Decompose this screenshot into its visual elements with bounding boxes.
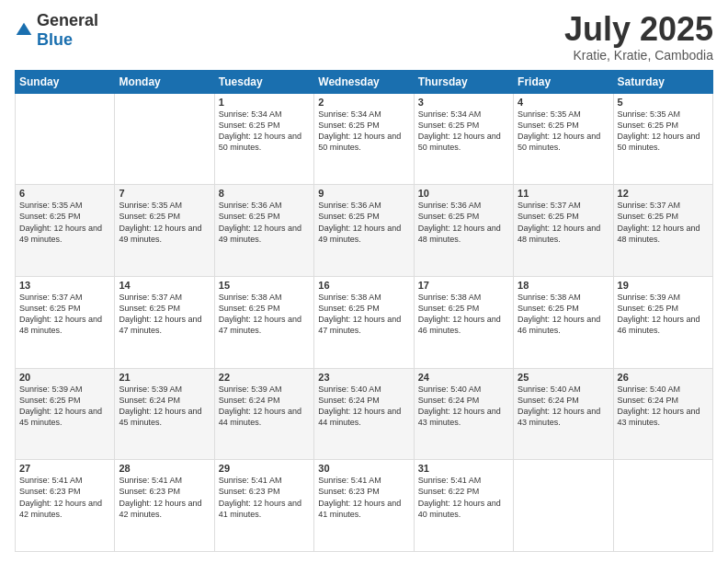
col-wednesday: Wednesday — [314, 70, 414, 93]
day-number: 14 — [119, 280, 210, 291]
logo-text: General Blue — [37, 11, 98, 50]
day-number: 23 — [318, 372, 409, 383]
calendar-cell: 6Sunrise: 5:35 AM Sunset: 6:25 PM Daylig… — [16, 185, 115, 277]
calendar-cell: 7Sunrise: 5:35 AM Sunset: 6:25 PM Daylig… — [115, 185, 214, 277]
calendar-cell: 22Sunrise: 5:39 AM Sunset: 6:24 PM Dayli… — [214, 368, 313, 460]
day-number: 29 — [219, 463, 310, 474]
day-info: Sunrise: 5:37 AM Sunset: 6:25 PM Dayligh… — [19, 292, 110, 337]
day-info: Sunrise: 5:35 AM Sunset: 6:25 PM Dayligh… — [19, 200, 110, 245]
day-info: Sunrise: 5:37 AM Sunset: 6:25 PM Dayligh… — [518, 200, 609, 245]
day-info: Sunrise: 5:34 AM Sunset: 6:25 PM Dayligh… — [418, 109, 509, 154]
title-block: July 2025 Kratie, Kratie, Cambodia — [564, 11, 713, 63]
day-info: Sunrise: 5:38 AM Sunset: 6:25 PM Dayligh… — [318, 292, 409, 337]
calendar-cell — [115, 93, 214, 185]
col-thursday: Thursday — [414, 70, 513, 93]
calendar-week-2: 6Sunrise: 5:35 AM Sunset: 6:25 PM Daylig… — [16, 185, 713, 277]
day-info: Sunrise: 5:39 AM Sunset: 6:24 PM Dayligh… — [219, 384, 310, 429]
day-info: Sunrise: 5:35 AM Sunset: 6:25 PM Dayligh… — [119, 200, 210, 245]
day-number: 2 — [318, 97, 409, 108]
day-info: Sunrise: 5:34 AM Sunset: 6:25 PM Dayligh… — [219, 109, 310, 154]
day-number: 15 — [219, 280, 310, 291]
day-info: Sunrise: 5:40 AM Sunset: 6:24 PM Dayligh… — [518, 384, 609, 429]
logo-icon — [15, 21, 33, 40]
calendar-cell: 18Sunrise: 5:38 AM Sunset: 6:25 PM Dayli… — [514, 276, 613, 368]
day-info: Sunrise: 5:36 AM Sunset: 6:25 PM Dayligh… — [318, 200, 409, 245]
day-number: 17 — [418, 280, 509, 291]
day-number: 27 — [19, 463, 110, 474]
day-number: 22 — [219, 372, 310, 383]
calendar-cell: 20Sunrise: 5:39 AM Sunset: 6:25 PM Dayli… — [16, 368, 115, 460]
day-info: Sunrise: 5:36 AM Sunset: 6:25 PM Dayligh… — [418, 200, 509, 245]
day-info: Sunrise: 5:37 AM Sunset: 6:25 PM Dayligh… — [618, 200, 709, 245]
calendar-cell: 12Sunrise: 5:37 AM Sunset: 6:25 PM Dayli… — [613, 185, 712, 277]
day-info: Sunrise: 5:35 AM Sunset: 6:25 PM Dayligh… — [518, 109, 609, 154]
day-number: 26 — [618, 372, 709, 383]
col-tuesday: Tuesday — [214, 70, 313, 93]
calendar-cell: 27Sunrise: 5:41 AM Sunset: 6:23 PM Dayli… — [16, 460, 115, 552]
day-info: Sunrise: 5:36 AM Sunset: 6:25 PM Dayligh… — [219, 200, 310, 245]
day-number: 1 — [219, 97, 310, 108]
day-info: Sunrise: 5:40 AM Sunset: 6:24 PM Dayligh… — [418, 384, 509, 429]
day-info: Sunrise: 5:37 AM Sunset: 6:25 PM Dayligh… — [119, 292, 210, 337]
day-info: Sunrise: 5:39 AM Sunset: 6:25 PM Dayligh… — [618, 292, 709, 337]
calendar-header-row: Sunday Monday Tuesday Wednesday Thursday… — [16, 70, 713, 93]
day-number: 18 — [518, 280, 609, 291]
day-number: 11 — [518, 188, 609, 199]
calendar-cell: 29Sunrise: 5:41 AM Sunset: 6:23 PM Dayli… — [214, 460, 313, 552]
calendar-week-1: 1Sunrise: 5:34 AM Sunset: 6:25 PM Daylig… — [16, 93, 713, 185]
day-info: Sunrise: 5:38 AM Sunset: 6:25 PM Dayligh… — [418, 292, 509, 337]
calendar-cell: 26Sunrise: 5:40 AM Sunset: 6:24 PM Dayli… — [613, 368, 712, 460]
col-monday: Monday — [115, 70, 214, 93]
calendar-cell — [613, 460, 712, 552]
calendar-cell: 3Sunrise: 5:34 AM Sunset: 6:25 PM Daylig… — [414, 93, 513, 185]
day-number: 9 — [318, 188, 409, 199]
calendar-cell: 8Sunrise: 5:36 AM Sunset: 6:25 PM Daylig… — [214, 185, 313, 277]
calendar-cell: 10Sunrise: 5:36 AM Sunset: 6:25 PM Dayli… — [414, 185, 513, 277]
day-number: 25 — [518, 372, 609, 383]
calendar-table: Sunday Monday Tuesday Wednesday Thursday… — [15, 70, 713, 552]
day-number: 5 — [618, 97, 709, 108]
calendar-cell: 4Sunrise: 5:35 AM Sunset: 6:25 PM Daylig… — [514, 93, 613, 185]
subtitle: Kratie, Kratie, Cambodia — [564, 48, 713, 63]
calendar-cell: 24Sunrise: 5:40 AM Sunset: 6:24 PM Dayli… — [414, 368, 513, 460]
day-info: Sunrise: 5:41 AM Sunset: 6:23 PM Dayligh… — [219, 475, 310, 520]
calendar-cell: 14Sunrise: 5:37 AM Sunset: 6:25 PM Dayli… — [115, 276, 214, 368]
day-info: Sunrise: 5:41 AM Sunset: 6:23 PM Dayligh… — [19, 475, 110, 520]
day-info: Sunrise: 5:38 AM Sunset: 6:25 PM Dayligh… — [518, 292, 609, 337]
day-info: Sunrise: 5:34 AM Sunset: 6:25 PM Dayligh… — [318, 109, 409, 154]
day-info: Sunrise: 5:41 AM Sunset: 6:23 PM Dayligh… — [318, 475, 409, 520]
day-number: 3 — [418, 97, 509, 108]
day-number: 31 — [418, 463, 509, 474]
day-number: 10 — [418, 188, 509, 199]
logo-blue: Blue — [37, 30, 73, 49]
main-title: July 2025 — [564, 11, 713, 48]
calendar-cell: 2Sunrise: 5:34 AM Sunset: 6:25 PM Daylig… — [314, 93, 414, 185]
calendar-week-4: 20Sunrise: 5:39 AM Sunset: 6:25 PM Dayli… — [16, 368, 713, 460]
calendar-cell: 28Sunrise: 5:41 AM Sunset: 6:23 PM Dayli… — [115, 460, 214, 552]
day-info: Sunrise: 5:41 AM Sunset: 6:23 PM Dayligh… — [119, 475, 210, 520]
day-number: 28 — [119, 463, 210, 474]
day-info: Sunrise: 5:39 AM Sunset: 6:24 PM Dayligh… — [119, 384, 210, 429]
col-sunday: Sunday — [16, 70, 115, 93]
calendar-cell: 16Sunrise: 5:38 AM Sunset: 6:25 PM Dayli… — [314, 276, 414, 368]
calendar-cell: 30Sunrise: 5:41 AM Sunset: 6:23 PM Dayli… — [314, 460, 414, 552]
day-info: Sunrise: 5:39 AM Sunset: 6:25 PM Dayligh… — [19, 384, 110, 429]
calendar-cell: 5Sunrise: 5:35 AM Sunset: 6:25 PM Daylig… — [613, 93, 712, 185]
col-saturday: Saturday — [613, 70, 712, 93]
day-number: 7 — [119, 188, 210, 199]
day-number: 8 — [219, 188, 310, 199]
day-info: Sunrise: 5:38 AM Sunset: 6:25 PM Dayligh… — [219, 292, 310, 337]
logo-general: General — [37, 11, 98, 29]
calendar-week-3: 13Sunrise: 5:37 AM Sunset: 6:25 PM Dayli… — [16, 276, 713, 368]
day-info: Sunrise: 5:41 AM Sunset: 6:22 PM Dayligh… — [418, 475, 509, 520]
day-number: 21 — [119, 372, 210, 383]
calendar-cell: 1Sunrise: 5:34 AM Sunset: 6:25 PM Daylig… — [214, 93, 313, 185]
calendar-cell: 13Sunrise: 5:37 AM Sunset: 6:25 PM Dayli… — [16, 276, 115, 368]
calendar-cell: 25Sunrise: 5:40 AM Sunset: 6:24 PM Dayli… — [514, 368, 613, 460]
day-number: 24 — [418, 372, 509, 383]
calendar-cell: 23Sunrise: 5:40 AM Sunset: 6:24 PM Dayli… — [314, 368, 414, 460]
day-number: 4 — [518, 97, 609, 108]
calendar-week-5: 27Sunrise: 5:41 AM Sunset: 6:23 PM Dayli… — [16, 460, 713, 552]
calendar-cell: 21Sunrise: 5:39 AM Sunset: 6:24 PM Dayli… — [115, 368, 214, 460]
day-number: 13 — [19, 280, 110, 291]
